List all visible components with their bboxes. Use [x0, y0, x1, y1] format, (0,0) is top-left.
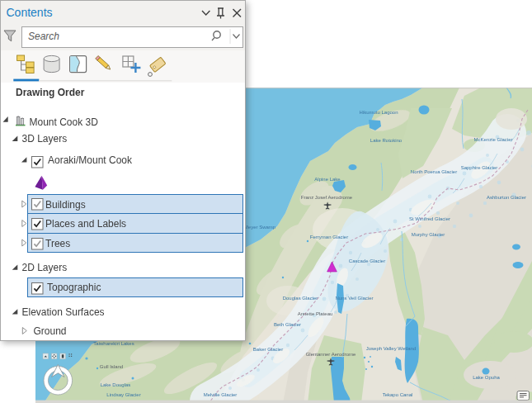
svg-text:Joseph Valley Wetland: Joseph Valley Wetland: [366, 346, 416, 351]
svg-text:Taiwharekiri Lakes: Taiwharekiri Lakes: [93, 341, 134, 346]
svg-text:Beth Glacier: Beth Glacier: [274, 322, 301, 327]
svg-text:Lake Douglas: Lake Douglas: [101, 382, 131, 387]
svg-text:North Poerua Glacier: North Poerua Glacier: [411, 169, 457, 174]
svg-text:Nuns Veil Glacier: Nuns Veil Glacier: [335, 296, 373, 301]
svg-text:Ferryman Glacier: Ferryman Glacier: [310, 235, 348, 239]
svg-text:Alpine Lake: Alpine Lake: [314, 177, 341, 182]
svg-text:Cascade Glacier: Cascade Glacier: [349, 258, 385, 263]
svg-text:Sapphire Glacier: Sapphire Glacier: [461, 165, 498, 170]
svg-text:Tekapo Canal: Tekapo Canal: [383, 392, 413, 397]
svg-text:St Winifred Glacier: St Winifred Glacier: [409, 216, 450, 221]
svg-text:Murphy Glacier: Murphy Glacier: [412, 232, 445, 237]
svg-text:Baker Glacier: Baker Glacier: [253, 347, 283, 352]
svg-text:Lake Opuha: Lake Opuha: [473, 375, 500, 380]
svg-text:Meyer Swamp: Meyer Swamp: [244, 225, 276, 230]
svg-text:Lake Rotokino: Lake Rotokino: [370, 138, 403, 143]
svg-text:Annette Plateau: Annette Plateau: [298, 311, 333, 316]
svg-text:McKenzie Glacier: McKenzie Glacier: [473, 137, 512, 142]
svg-text:Gull Island: Gull Island: [100, 364, 123, 369]
svg-text:Melville Glacier: Melville Glacier: [204, 392, 238, 397]
svg-text:Hikumutu Lagoon: Hikumutu Lagoon: [359, 110, 398, 115]
svg-text:Lindsay Glacier: Lindsay Glacier: [106, 392, 140, 397]
svg-text:Douglas Glacier: Douglas Glacier: [283, 296, 318, 301]
svg-text:Franz Josef Aerodrome: Franz Josef Aerodrome: [301, 195, 353, 200]
svg-text:Ashburton Glacier: Ashburton Glacier: [487, 195, 526, 200]
svg-text:Glentanner Aerodrome: Glentanner Aerodrome: [306, 352, 356, 357]
